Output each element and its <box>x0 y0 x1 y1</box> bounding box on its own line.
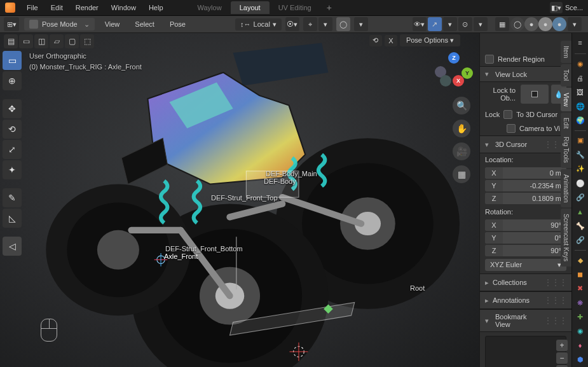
lock-object-field[interactable] <box>521 85 549 104</box>
vtab-animation[interactable]: Animation <box>561 169 571 207</box>
menu-help[interactable]: Help <box>142 1 170 14</box>
gizmo-x-axis[interactable]: X <box>453 75 464 87</box>
pivot-dropdown[interactable]: ⦿▾ <box>285 17 299 31</box>
panel-annotations[interactable]: ▸ Annotations⋮⋮⋮ <box>480 291 571 309</box>
props-scene-tab[interactable]: 🌐 <box>575 101 586 111</box>
loc-x-field[interactable]: X0 m <box>485 167 566 179</box>
shading-solid[interactable]: ● <box>524 17 538 31</box>
gizmo-neg-axis-b[interactable] <box>440 75 451 87</box>
overlay-toggle[interactable]: ⊙ <box>458 17 472 31</box>
shading-dropdown[interactable]: ▾ <box>568 17 582 31</box>
shading-rendered[interactable]: ● <box>552 17 566 31</box>
editor-type-dropdown[interactable]: ⊞▾ <box>4 17 19 31</box>
location-label: Location: <box>485 156 514 163</box>
panel-bookmark-view[interactable]: Bookmark View⋮⋮⋮ <box>480 309 571 332</box>
vtab-item[interactable]: Item <box>561 41 571 63</box>
props-header-icon[interactable]: ≡ <box>575 36 586 49</box>
nav-zoom[interactable]: 🔍 <box>453 97 470 114</box>
menu-file[interactable]: File <box>20 1 44 14</box>
mode-dropdown[interactable]: Pose Mode <box>24 18 95 31</box>
vtab-edit[interactable]: Edit <box>561 113 571 134</box>
orientation-label: Local <box>254 20 270 28</box>
to-3d-cursor-label: To 3D Cursor <box>516 111 566 118</box>
props-extra-h[interactable]: ⬢ <box>575 355 586 365</box>
bookmark-remove-button[interactable]: − <box>556 352 568 364</box>
camera-to-view-checkbox[interactable] <box>507 124 516 133</box>
xray-toggle[interactable]: ▦ <box>495 17 509 31</box>
vtab-tool[interactable]: Tool <box>561 64 571 86</box>
vtab-rig-tools[interactable]: Rig Tools <box>561 132 571 168</box>
blender-logo-icon[interactable] <box>5 3 15 13</box>
props-physics-tab[interactable]: ⚪ <box>575 178 586 188</box>
props-world-tab[interactable]: 🌍 <box>575 116 586 126</box>
header-select-menu[interactable]: Select <box>130 18 160 31</box>
vtab-view[interactable]: View <box>561 88 571 112</box>
nav-camera[interactable]: 🎥 <box>453 142 470 160</box>
lock-label: Lock <box>485 111 500 118</box>
nav-pan[interactable]: ✋ <box>453 120 470 137</box>
snap-dropdown[interactable]: ▾ <box>318 17 332 31</box>
props-extra-e[interactable]: ✚ <box>575 312 586 322</box>
panel-view-lock[interactable]: View Lock <box>480 66 571 82</box>
gizmo-y-axis[interactable]: Y <box>462 67 473 79</box>
bookmark-list[interactable] <box>485 336 566 367</box>
gizmo-z-axis[interactable]: Z <box>448 52 460 64</box>
nav-perspective[interactable]: ▦ <box>453 165 470 183</box>
properties-tab-strip: ≡ ◉ 🖨 🖼 🌐 🌍 ▣ 🔧 ✨ ⚪ 🔗 ▲ 🦴 🔗 ◆ ◼ ✖ ❋ ✚ ◉ … <box>571 33 588 367</box>
vtab-screencast[interactable]: Screencast Keys <box>561 209 571 267</box>
props-data-tab[interactable]: ▲ <box>575 207 586 217</box>
props-extra-g[interactable]: ♦ <box>575 340 586 350</box>
props-bone-constraint-tab[interactable]: 🔗 <box>575 235 586 246</box>
props-extra-b[interactable]: ◼ <box>575 269 586 279</box>
props-extra-c[interactable]: ✖ <box>575 284 586 294</box>
menu-edit[interactable]: Edit <box>44 1 69 14</box>
gizmo-toggle[interactable]: ↗ <box>428 17 442 31</box>
snap-toggle[interactable]: ⌖ <box>303 17 317 31</box>
props-render-tab[interactable]: ◉ <box>575 59 586 69</box>
rot-y-field[interactable]: Y0° <box>485 232 566 244</box>
menu-window[interactable]: Window <box>105 1 142 14</box>
overlay-dropdown[interactable]: ▾ <box>474 17 488 31</box>
props-object-tab[interactable]: ▣ <box>575 135 586 146</box>
loc-y-field[interactable]: Y-0.2354 m <box>485 180 566 191</box>
props-extra-f[interactable]: ◉ <box>575 326 586 336</box>
gizmo-dropdown[interactable]: ▾ <box>443 17 457 31</box>
render-region-checkbox[interactable] <box>485 55 494 64</box>
mode-label: Pose Mode <box>42 20 78 28</box>
props-modifier-tab[interactable]: 🔧 <box>575 149 586 160</box>
props-extra-a[interactable]: ◆ <box>575 255 586 265</box>
rot-x-field[interactable]: X90° <box>485 219 566 231</box>
props-extra-d[interactable]: ❋ <box>575 298 586 308</box>
props-constraint-tab[interactable]: 🔗 <box>575 192 586 202</box>
nav-gizmo[interactable]: Z Y X <box>435 52 473 90</box>
panel-collections[interactable]: ▸ Collections⋮⋮⋮ <box>480 274 571 291</box>
workspace-tab-layout[interactable]: Layout <box>231 1 270 14</box>
props-viewlayer-tab[interactable]: 🖼 <box>575 87 586 97</box>
menu-render[interactable]: Render <box>69 1 105 14</box>
props-bone-tab[interactable]: 🦴 <box>575 221 586 231</box>
visibility-dropdown[interactable]: 👁▾ <box>413 17 427 31</box>
bone-label-strut-top: DEF-Strut_Front_Top <box>211 194 278 202</box>
scene-dropdown-icon[interactable]: ◧▾ <box>550 2 563 13</box>
loc-z-field[interactable]: Z0.1809 m <box>485 193 566 204</box>
header-view-menu[interactable]: View <box>100 18 125 31</box>
props-output-tab[interactable]: 🖨 <box>575 73 586 83</box>
proportional-edit-toggle[interactable]: ◯ <box>336 17 350 31</box>
props-particle-tab[interactable]: ✨ <box>575 164 586 174</box>
panel-3d-cursor[interactable]: 3D Cursor⋮⋮⋮ <box>480 135 571 153</box>
header-pose-menu[interactable]: Pose <box>165 18 191 31</box>
rotation-mode-dropdown[interactable]: XYZ Euler▾ <box>485 259 566 271</box>
bone-label-strut-bottom: DEF-Strut_Front_Bottom <box>165 245 243 253</box>
workspace-tab-uv[interactable]: UV Editing <box>270 1 320 14</box>
render-region-row[interactable]: Render Region <box>480 52 571 66</box>
add-workspace-button[interactable]: + <box>320 3 338 13</box>
workspace-tab-waylow[interactable]: Waylow <box>189 1 231 14</box>
proportional-falloff-dropdown[interactable]: ▾ <box>354 17 368 31</box>
to-3d-cursor-checkbox[interactable] <box>503 110 512 119</box>
shading-matprev[interactable]: ● <box>538 17 552 31</box>
shading-wireframe[interactable]: ◯ <box>510 17 524 31</box>
3d-viewport[interactable]: ▤ ▭ ◫ ▱ ▢ ⬚ ⟲ X Pose Options ▾ User Orth… <box>0 33 479 367</box>
orientation-dropdown[interactable]: ↕↔ Local ▾ <box>235 18 282 31</box>
bookmark-add-button[interactable]: + <box>556 340 568 351</box>
rot-z-field[interactable]: Z90° <box>485 245 566 256</box>
